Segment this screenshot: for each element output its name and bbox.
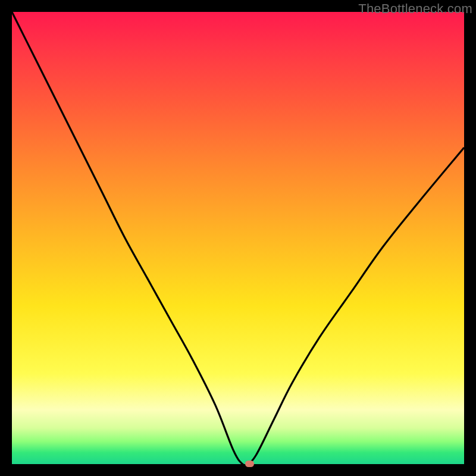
- optimal-point-marker: [245, 461, 254, 467]
- watermark-text: TheBottleneck.com: [358, 1, 472, 17]
- bottleneck-curve: [12, 12, 464, 464]
- plot-area: [12, 12, 464, 464]
- chart-frame: TheBottleneck.com: [0, 0, 476, 476]
